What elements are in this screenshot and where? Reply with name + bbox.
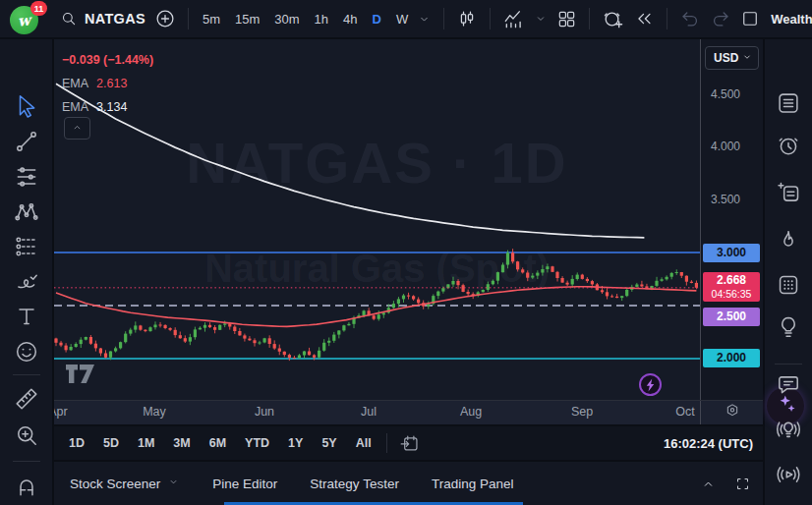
redo-icon [710,8,731,29]
interval-1h[interactable]: 1h [315,12,328,27]
bulb-waves-icon [776,417,801,442]
user-menu-button[interactable]: w 11 [10,3,43,34]
level-label-2500: 2.500 [703,308,760,326]
rail-divider [13,461,40,462]
redo-button[interactable] [710,8,731,29]
quick-action-flash-button[interactable] [639,373,662,396]
ideas-button[interactable] [774,312,803,342]
chat-icon [776,372,801,398]
range-ytd[interactable]: YTD [245,436,269,450]
time-axis[interactable]: AprMayJunJulAugSepOct [54,400,763,424]
undo-button[interactable] [679,8,701,29]
currency-dropdown[interactable]: USD [705,46,759,70]
hotlists-button[interactable] [774,226,803,255]
level-label-3000: 3.000 [703,244,760,262]
toolbar-separator [667,8,667,29]
create-alert-button[interactable] [602,8,624,30]
streams-button[interactable] [774,460,803,489]
time-axis-month[interactable]: Aug [460,405,482,419]
trend-line-tool-button[interactable] [12,127,41,156]
live-ideas-button[interactable] [774,415,803,444]
alerts-button[interactable] [774,131,803,160]
panel-maximize-button[interactable] [734,476,751,492]
symbol-search[interactable]: NATGAS [60,10,145,28]
interval-30m[interactable]: 30m [274,12,299,27]
chevron-up-icon [71,121,84,134]
text-tool-icon [14,304,39,329]
compare-add-button[interactable] [154,8,176,29]
streams-icon [776,462,801,487]
range-1y[interactable]: 1Y [288,436,303,450]
chart-settings-button[interactable] [700,401,763,424]
range-all[interactable]: All [356,436,372,450]
ema-fast-row[interactable]: EMA 2.613 [62,72,153,95]
data-window-button[interactable] [774,270,803,300]
broker-name[interactable]: Wealth [771,12,812,27]
text-tool-button[interactable] [12,302,41,331]
interval-5m[interactable]: 5m [203,12,220,27]
time-axis-month[interactable]: Sep [571,405,593,419]
range-1d[interactable]: 1D [69,436,85,450]
notification-badge: 11 [30,1,47,16]
range-5y[interactable]: 5Y [321,436,336,450]
level-label-2000: 2.000 [703,349,760,367]
interval-4h[interactable]: 4h [343,12,357,27]
zoom-in-tool-button[interactable] [12,421,41,450]
range-3m[interactable]: 3M [173,436,190,450]
range-6m[interactable]: 6M [209,436,226,450]
magnet-mode-button[interactable] [12,472,41,501]
bulb-icon [776,314,801,340]
indicators-menu-button[interactable] [534,12,548,26]
snapshot-frame-button[interactable] [740,9,760,28]
time-axis-month[interactable]: Oct [675,405,694,419]
legend-collapse-button[interactable] [64,117,90,140]
bottom-tab-pine-editor[interactable]: Pine Editor [212,477,277,491]
layout-grid-button[interactable] [556,9,577,29]
tradingview-logo[interactable] [65,364,96,388]
bar-replay-button[interactable] [633,8,655,29]
time-axis-month[interactable]: Jul [361,405,377,419]
toolbar-separator [490,8,491,29]
interval-menu-button[interactable] [417,12,432,27]
interval-w[interactable]: W [396,12,408,27]
goto-date-button[interactable] [399,433,420,454]
time-axis-month[interactable]: May [143,405,166,419]
ema-slow-value: 3.134 [96,95,127,119]
watchlist-icon [776,90,801,116]
brush-icon [14,268,39,294]
currency-label: USD [714,51,738,65]
interval-d[interactable]: D [373,12,381,27]
price-axis[interactable]: USD 4.5004.0003.5003.0002.66804:56:352.5… [700,39,763,400]
alarm-icon [776,133,801,158]
cursor-tool-button[interactable] [12,90,41,120]
watchlist-button[interactable] [774,88,803,118]
time-axis-month[interactable]: Jun [255,405,274,419]
brush-tool-button[interactable] [12,266,41,296]
last-price-label: 2.66804:56:35 [703,272,760,302]
panel-expand-button[interactable] [700,476,717,492]
bottom-tab-stock-screener[interactable]: Stock Screener [70,476,180,491]
interval-15m[interactable]: 15m [235,12,260,27]
range-5d[interactable]: 5D [103,436,119,450]
measure-tool-button[interactable] [12,384,41,414]
fib-retracement-tool-button[interactable] [12,162,41,192]
text-notes-button[interactable] [774,178,803,207]
frame-icon [740,9,760,28]
pattern-tool-button[interactable] [12,197,41,227]
time-axis-month[interactable]: Apr [54,405,68,419]
range-1m[interactable]: 1M [138,436,154,450]
interval-group: 5m15m30m1h4hDW [203,12,408,27]
forecast-tool-button[interactable] [12,232,41,261]
bottom-tab-trading-panel[interactable]: Trading Panel [432,477,514,491]
indicators-button[interactable] [502,8,525,30]
broker-logo-glyph: w [17,11,31,29]
bottom-tab-strategy-tester[interactable]: Strategy Tester [310,477,399,491]
chart-plot-area[interactable]: NATGAS · 1D Natural Gas (Spot) −0.039 (−… [54,39,700,400]
chat-button[interactable] [774,370,803,400]
range-toolbar: 1D5D1M3M6MYTD1Y5YAll 16:02:24 (UTC) [54,424,763,462]
ema-slow-row[interactable]: EMA 3.134 [62,95,153,119]
chart-style-button[interactable] [456,8,478,29]
bottom-panel: Stock ScreenerPine EditorStrategy Tester… [54,462,763,505]
emoji-tool-button[interactable] [12,337,41,366]
server-clock[interactable]: 16:02:24 (UTC) [664,436,753,451]
